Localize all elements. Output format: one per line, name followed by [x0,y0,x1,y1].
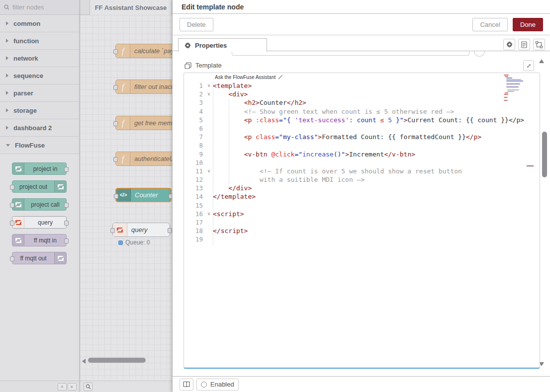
fold-arrow-icon[interactable]: ∨ [205,90,213,98]
node-label: filter out inacti [130,83,172,90]
palette-category-label: dashboard 2 [13,124,52,132]
hscroll-thumb[interactable] [88,358,146,363]
palette-category-common[interactable]: common [0,15,79,32]
palette-category-network[interactable]: network [0,50,79,67]
code-line-19[interactable]: 19 [184,235,540,243]
node-port-right[interactable] [64,238,69,243]
code-line-14[interactable]: 14</template> [184,192,540,201]
chevron-right-icon [6,108,8,112]
description-icon-button[interactable] [518,39,530,50]
enabled-toggle-button[interactable]: Enabled [196,379,239,391]
code-line-7[interactable]: 7 <p class="my-class">Formatted Count: {… [184,133,540,141]
code-line-9[interactable]: 9 <v-btn @click="increase()">Increment</… [184,150,540,158]
palette-category-label: parser [13,89,33,97]
palette-category-dashboard-2[interactable]: dashboard 2 [0,119,79,137]
line-number: 11 [184,167,205,175]
code-line-5[interactable]: 5 <p :class="{ 'text-success': count ≤ 5… [184,116,540,124]
flow-node-authenticateu[interactable]: fauthenticateU [115,152,172,166]
node-port-right[interactable] [169,194,172,199]
palette-node-ff-mqtt-out[interactable]: ff mqtt out [12,252,67,264]
flow-node-query[interactable]: query [112,223,170,237]
palette-filter[interactable]: filter nodes [0,0,79,15]
node-palette: filter nodes commonfunctionnetworksequen… [0,0,80,392]
template-code-editor[interactable]: Ask the FlowFuse Assistant 1∨<template>2… [183,73,540,369]
node-port-left[interactable] [10,203,14,208]
palette-expand-all-button[interactable]: » [68,383,77,391]
code-line-18[interactable]: 18</script> [184,227,540,235]
code-line-13[interactable]: 13 </div> [184,184,540,192]
palette-category-flowfuse[interactable]: FlowFuse [0,137,79,154]
palette-collapse-all-button[interactable]: » [58,383,67,391]
code-line-12[interactable]: 12 with a suitible MDI icon —> [184,175,540,184]
flow-canvas[interactable]: fcalculate `payffilter out inactifget fr… [80,15,172,379]
function-icon: f [116,152,130,165]
node-port-left[interactable] [113,85,118,90]
node-port-left[interactable] [110,228,115,233]
palette-node-label: ff mqtt in [24,237,66,244]
tab-properties[interactable]: Properties [178,38,267,52]
node-port-left[interactable] [113,121,118,126]
flow-node-calculate-pay[interactable]: fcalculate `pay [115,44,172,58]
minimap-row [507,89,519,90]
code-line-4[interactable]: 4 <!— Show green text when count is ≤ 5 … [184,107,540,116]
code-line-16[interactable]: 16∨<script> [184,210,540,218]
code-lines[interactable]: 1∨<template>2∨ <div>3 <h2>Counter</h2>4 … [184,81,540,244]
palette-node-ff-mqtt-in[interactable]: ff mqtt in [12,234,67,246]
settings-icon-button[interactable] [503,39,515,50]
node-port-left[interactable] [10,185,14,190]
node-port-left[interactable] [10,221,14,226]
palette-category-parser[interactable]: parser [0,84,79,102]
node-port-left[interactable] [113,49,118,54]
code-line-8[interactable]: 8 [184,141,540,150]
flow-node-filter-out-inacti[interactable]: ffilter out inacti [115,79,172,94]
scroll-up-arrow[interactable] [539,59,544,63]
enabled-label: Enabled [210,381,234,388]
flowfuse-logo-icon [57,184,64,190]
fold-arrow-icon[interactable]: ∨ [205,81,213,90]
node-red-app: filter nodes commonfunctionnetworksequen… [0,0,550,392]
node-port-right[interactable] [64,221,69,226]
hscroll-left-arrow[interactable] [82,359,86,364]
palette-node-project-out[interactable]: project out [12,180,67,193]
palette-node-query[interactable]: query [12,216,67,229]
code-line-10[interactable]: 10 [184,158,540,167]
appearance-icon-button[interactable] [533,39,545,50]
flow-node-get-free-memo[interactable]: fget free memo [115,116,172,130]
cancel-button[interactable]: Cancel [472,18,507,31]
palette-category-function[interactable]: function [0,32,79,50]
code-line-3[interactable]: 3 <h2>Counter</h2> [184,98,540,107]
minimap-row [505,92,508,93]
chevron-right-icon [6,21,8,25]
code-line-1[interactable]: 1∨<template> [184,81,540,90]
docs-button[interactable] [180,379,193,391]
flowfuse-node-icon [54,252,66,264]
palette-category-storage[interactable]: storage [0,102,79,119]
flow-node-counter[interactable]: </>Counter [115,188,172,202]
palette-node-project-in[interactable]: project in [12,162,67,175]
node-port-right[interactable] [168,228,172,233]
code-line-17[interactable]: 17 [184,218,540,227]
tray-scrollbar-thumb[interactable] [542,132,547,177]
code-line-11[interactable]: 11∨ <!— If count is over 5 we should sho… [184,167,540,175]
code-line-15[interactable]: 15 [184,201,540,210]
code-line-6[interactable]: 6 [184,124,540,133]
node-port-left[interactable] [113,157,118,162]
delete-button[interactable]: Delete [180,18,213,31]
palette-node-project-call[interactable]: project call [12,198,67,211]
node-port-left[interactable] [10,256,14,261]
node-port-right[interactable] [64,203,69,208]
gear-icon [506,41,513,48]
editor-overflow-dash [527,165,534,166]
node-port-right[interactable] [64,167,69,172]
palette-category-sequence[interactable]: sequence [0,67,79,84]
fold-arrow-icon[interactable]: ∨ [205,210,213,218]
chevron-right-icon [6,91,8,95]
editor-expand-button[interactable] [523,60,534,71]
done-button[interactable]: Done [513,18,543,31]
assistant-button[interactable]: Ask the FlowFuse Assistant [215,74,283,80]
fold-arrow-icon[interactable]: ∨ [205,167,213,175]
workspace-tab[interactable]: FF Assistant Showcase [90,0,172,15]
zoom-search-button[interactable] [84,383,92,391]
code-line-2[interactable]: 2∨ <div> [184,90,540,98]
node-port-left[interactable] [114,194,118,199]
